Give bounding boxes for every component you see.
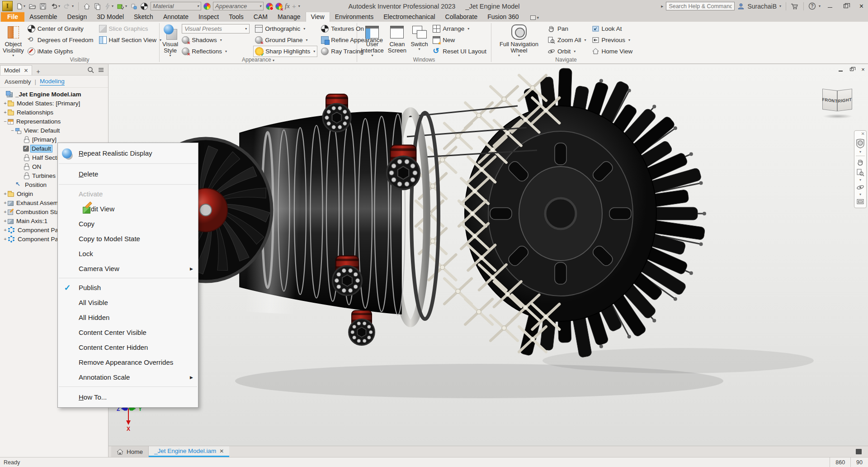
tree-item-view-default[interactable]: −View: Default — [0, 126, 108, 135]
undo-dropdown[interactable]: ▾ — [58, 5, 60, 8]
checkbox-checked-icon[interactable] — [23, 146, 29, 152]
navbar-pan-icon[interactable] — [856, 158, 864, 166]
tab-assemble[interactable]: Assemble — [24, 12, 62, 22]
clean-screen-button[interactable]: Clean Screen — [385, 23, 410, 54]
material-color-wheel-icon[interactable] — [203, 3, 211, 10]
expand-icon[interactable]: + — [3, 191, 8, 196]
expand-icon[interactable]: + — [3, 210, 8, 214]
adjust-appearance-icon[interactable] — [266, 3, 273, 10]
close-button[interactable]: × — [855, 0, 868, 12]
ground-plane-button[interactable]: Ground Plane▾ — [253, 34, 317, 46]
user-dropdown[interactable]: ▾ — [779, 5, 781, 8]
menu-item-copy[interactable]: Copy — [58, 216, 198, 231]
imate-glyphs-button[interactable]: iMate Glyphs — [26, 46, 95, 57]
parameters-fx-icon[interactable]: fx — [285, 2, 290, 10]
material-combo[interactable]: Material▾ — [151, 2, 201, 10]
orthographic-button[interactable]: Orthographic▾ — [253, 23, 317, 34]
tab-tools[interactable]: Tools — [224, 12, 249, 22]
tree-item-representations[interactable]: −Representations — [0, 117, 108, 126]
menu-item-annotation-scale[interactable]: Annotation Scale▶ — [58, 370, 198, 385]
tab-electromechanical[interactable]: Electromechanical — [378, 12, 440, 22]
tab-view[interactable]: View — [306, 12, 330, 22]
reset-ui-layout-button[interactable]: Reset UI Layout — [431, 46, 488, 57]
minimize-button[interactable] — [823, 0, 836, 12]
center-of-gravity-button[interactable]: Center of Gravity — [26, 23, 95, 34]
look-at-button[interactable]: Look At — [590, 23, 635, 34]
navbar-lookat-icon[interactable] — [856, 198, 864, 205]
shadows-button[interactable]: Shadows▾ — [180, 34, 251, 46]
zoom-all-button[interactable]: Zoom All▾ — [546, 34, 588, 46]
navbar-orbit-dropdown[interactable]: ▾ — [859, 193, 861, 196]
copy-button[interactable] — [93, 2, 101, 11]
browser-tab-model[interactable]: Model✕ — [0, 65, 32, 75]
help-icon[interactable]: ? — [808, 2, 816, 10]
qat-customize-dropdown[interactable]: ▾ — [298, 5, 300, 8]
filter-modeling[interactable]: Modeling — [40, 78, 65, 86]
tab-fusion360[interactable]: Fusion 360 — [482, 12, 524, 22]
half-section-view-button[interactable]: Half Section View▾ — [97, 34, 164, 46]
expand-icon[interactable]: + — [3, 110, 8, 115]
expand-icon[interactable]: + — [3, 101, 8, 106]
home-button[interactable] — [83, 2, 91, 11]
visual-presets-combo[interactable]: Visual Presets▾ — [182, 24, 250, 33]
new-file-dropdown[interactable]: ▾ — [24, 5, 25, 8]
menu-item-content-center-visible[interactable]: Content Center Visible — [58, 325, 198, 340]
menu-item-edit-view[interactable]: Edit View — [58, 201, 198, 216]
new-file-button[interactable]: ▾ — [15, 2, 26, 11]
tree-item-model-states[interactable]: +Model States: [Primary] — [0, 99, 108, 108]
menu-item-all-hidden[interactable]: All Hidden — [58, 310, 198, 325]
navigation-bar[interactable]: ✕ ▾ ▾ ▾ — [854, 130, 867, 208]
orbit-button[interactable]: Orbit▾ — [546, 46, 588, 57]
viewcube-front-face[interactable]: FRONT — [822, 89, 837, 111]
ribbon-display-options[interactable]: ▾ — [530, 15, 539, 22]
redo-button[interactable]: ▾ — [63, 2, 74, 11]
expand-icon[interactable]: + — [3, 228, 8, 233]
browser-add-tab-button[interactable]: + — [32, 68, 44, 75]
collapse-icon[interactable]: − — [3, 119, 8, 124]
expand-icon[interactable]: + — [3, 200, 8, 205]
object-visibility-button[interactable]: Object Visibility▾ — [3, 23, 24, 57]
tab-file[interactable]: File — [1, 12, 24, 22]
undo-button[interactable]: ▾ — [49, 2, 61, 11]
redo-dropdown[interactable]: ▾ — [72, 5, 74, 8]
view-cube[interactable]: FRONT RIGHT — [821, 86, 854, 119]
home-tab[interactable]: Home — [111, 446, 149, 457]
tab-environments[interactable]: Environments — [330, 12, 379, 22]
qat-add-icon[interactable]: + — [292, 2, 296, 10]
menu-item-publish[interactable]: ✓Publish — [58, 280, 198, 295]
expand-icon[interactable]: + — [3, 219, 8, 224]
browser-menu-icon[interactable] — [98, 67, 104, 73]
navbar-wheel-dropdown[interactable]: ▾ — [859, 151, 861, 153]
viewcube-right-face[interactable]: RIGHT — [837, 89, 852, 111]
degrees-of-freedom-button[interactable]: Degrees of Freedom — [26, 34, 95, 46]
flyout-arrow-icon[interactable]: ▸ — [661, 4, 663, 9]
appearance-combo[interactable]: Appearance▾ — [213, 2, 264, 10]
tab-manage[interactable]: Manage — [273, 12, 306, 22]
navbar-zoom-dropdown[interactable]: ▾ — [859, 179, 861, 181]
navbar-close-icon[interactable]: ✕ — [861, 132, 865, 136]
save-button[interactable] — [39, 2, 47, 11]
restore-button[interactable] — [839, 0, 852, 12]
menu-item-all-visible[interactable]: All Visible — [58, 295, 198, 310]
reflections-button[interactable]: Reflections▾ — [180, 46, 251, 57]
navbar-orbit-icon[interactable] — [856, 184, 864, 191]
panel-label-appearance[interactable]: Appearance ▾ — [160, 57, 357, 63]
user-name[interactable]: SurachaiB — [747, 3, 777, 10]
tab-collaborate[interactable]: Collaborate — [440, 12, 483, 22]
sharp-highlights-button[interactable]: Sharp Highlights▾ — [253, 46, 317, 57]
doc-minimize-button[interactable] — [837, 66, 844, 72]
local-update-dropdown[interactable]: ▾ — [112, 5, 113, 8]
user-interface-button[interactable]: User Interface▾ — [360, 23, 385, 57]
menu-item-remove-appearance-overrides[interactable]: Remove Appearance Overrides — [58, 355, 198, 370]
document-tab-close-icon[interactable]: ✕ — [219, 448, 224, 454]
menu-item-lock[interactable]: Lock — [58, 246, 198, 261]
tab-design[interactable]: Design — [62, 12, 92, 22]
cart-icon[interactable] — [791, 3, 799, 10]
render-button[interactable] — [140, 2, 148, 11]
menu-item-content-center-hidden[interactable]: Content Center Hidden — [58, 340, 198, 355]
home-view-button[interactable]: Home View — [590, 46, 635, 57]
search-input[interactable] — [666, 2, 735, 10]
visual-style-button[interactable]: Visual Style▾ — [162, 23, 178, 57]
filter-assembly[interactable]: Assembly — [5, 78, 31, 85]
menu-item-delete[interactable]: Delete — [58, 166, 198, 182]
